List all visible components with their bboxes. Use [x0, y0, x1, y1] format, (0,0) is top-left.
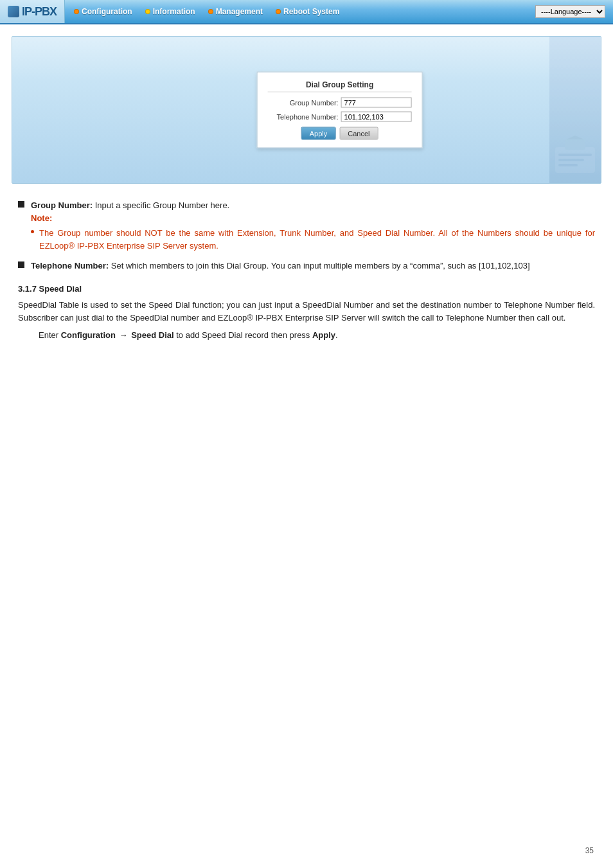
top-nav: IP-PBX Configuration Information Managem… [0, 0, 613, 24]
sub-bullet-dot-1 [31, 230, 34, 233]
bullet-content-2: Telephone Number: Set which members to j… [31, 260, 595, 272]
section-heading-317: 3.1.7 Speed Dial [18, 284, 595, 294]
telephone-number-term: Telephone Number: [31, 261, 109, 270]
note-label: Note: [31, 213, 52, 223]
form-buttons: Apply Cancel [268, 127, 412, 140]
svg-marker-5 [566, 136, 584, 139]
svg-rect-1 [558, 154, 592, 156]
group-number-desc: Input a specific Group Number here. [95, 200, 230, 210]
svg-rect-3 [558, 164, 578, 166]
bullet-square-1 [18, 201, 24, 208]
group-number-input[interactable] [341, 98, 412, 108]
speed-dial-bold: Speed Dial [131, 330, 173, 340]
nav-item-information[interactable]: Information [139, 0, 202, 23]
sub-bullets: The Group number should NOT be the same … [31, 227, 595, 252]
screenshot-decoration [549, 37, 601, 183]
group-number-label: Group Number: [268, 99, 339, 107]
nav-item-management[interactable]: Management [202, 0, 269, 23]
deco-svg [552, 134, 598, 181]
sub-bullet-text-1: The Group number should NOT be the same … [39, 227, 595, 252]
cancel-button[interactable]: Cancel [339, 127, 378, 140]
screenshot-panel: Dial Group Setting Group Number: Telepho… [12, 36, 601, 184]
nav-items: Configuration Information Management Reb… [65, 0, 613, 23]
language-select[interactable]: ----Language---- [535, 5, 605, 18]
section-body-2: Enter Configuration → Speed Dial to add … [18, 329, 595, 342]
apply-bold: Apply [312, 330, 335, 340]
section-indent: Enter Configuration → Speed Dial to add … [39, 329, 595, 342]
apply-button[interactable]: Apply [301, 127, 336, 140]
page-number: 35 [585, 846, 594, 855]
bullet-square-2 [18, 261, 24, 268]
svg-rect-4 [565, 139, 585, 150]
nav-dot-information [145, 9, 150, 14]
section-body-1: SpeedDial Table is used to set the Speed… [18, 299, 595, 326]
logo-area: IP-PBX [0, 0, 65, 23]
config-bold: Configuration [61, 330, 116, 340]
logo-icon [8, 6, 19, 17]
content-area: Group Number: Input a specific Group Num… [0, 193, 613, 359]
logo-text: IP-PBX [22, 5, 57, 19]
nav-item-reboot[interactable]: Reboot System [269, 0, 346, 23]
svg-rect-2 [558, 159, 584, 161]
telephone-number-row: Telephone Number: [268, 112, 412, 122]
telephone-number-input[interactable] [341, 112, 412, 122]
group-number-row: Group Number: [268, 98, 412, 108]
nav-item-configuration[interactable]: Configuration [67, 0, 139, 23]
nav-dot-reboot [276, 9, 281, 14]
group-number-term: Group Number: [31, 200, 93, 210]
bullet-item-group-number: Group Number: Input a specific Group Num… [18, 199, 595, 253]
dial-group-title: Dial Group Setting [268, 80, 412, 93]
nav-dot-configuration [74, 9, 79, 14]
sub-bullet-item-1: The Group number should NOT be the same … [31, 227, 595, 252]
telephone-number-label: Telephone Number: [268, 113, 339, 121]
bullet-item-telephone: Telephone Number: Set which members to j… [18, 260, 595, 272]
bullet-content-1: Group Number: Input a specific Group Num… [31, 199, 595, 253]
nav-dot-management [208, 9, 213, 14]
arrow: → [120, 330, 130, 340]
telephone-number-desc: Set which members to join this Dial Grou… [111, 261, 530, 270]
dial-group-form: Dial Group Setting Group Number: Telepho… [257, 72, 423, 148]
